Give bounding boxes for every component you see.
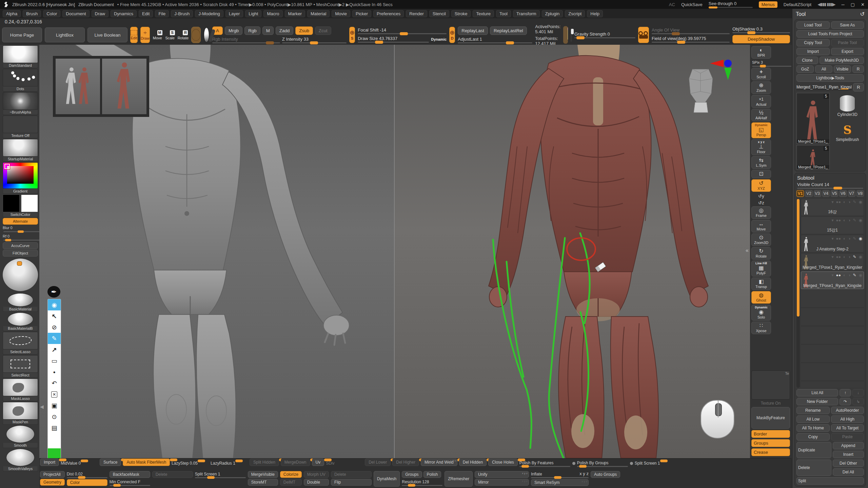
z-intensity-slider[interactable]: Z Intensity 33 — [282, 37, 347, 43]
subtool-header[interactable]: Subtool — [796, 175, 864, 181]
brush-icon[interactable]: ✎ — [853, 236, 856, 241]
left-tray-item[interactable]: Alternate — [3, 218, 38, 225]
menu-item[interactable]: J-Modeling — [195, 10, 223, 17]
flip-icon[interactable]: ▾ — [831, 273, 833, 278]
draw-size-slider[interactable]: Draw Size 43.76337 — [358, 36, 429, 43]
eye-icon[interactable]: ◉ — [859, 218, 862, 223]
menu-item[interactable]: Layer — [225, 10, 243, 17]
home-page-button[interactable]: Home Page — [2, 27, 42, 42]
left-tray-item[interactable]: SelectLasso — [3, 332, 38, 354]
current-tool-name[interactable]: Merged_TPose1_Ryan_Kingsli — [796, 85, 852, 90]
delete-button[interactable]: Delete — [152, 471, 193, 478]
annotation-tool-button[interactable] — [48, 310, 61, 322]
polypaint-icon[interactable]: ●● — [836, 255, 841, 259]
flip-icon[interactable]: ▾ — [831, 200, 833, 204]
append-button[interactable]: Append — [833, 442, 864, 449]
del-other-button[interactable]: Del Other — [833, 460, 864, 467]
right-shelf-button[interactable]: Actual — [751, 95, 771, 108]
right-shelf-button[interactable]: XYZ — [751, 179, 771, 192]
bottom-shelf-item[interactable]: LazyRadius 1 — [211, 460, 248, 466]
left-tray-item[interactable]: FillObject — [3, 250, 38, 257]
left-tray-item[interactable]: SwitchColor — [3, 195, 38, 217]
menu-item[interactable]: Transform — [513, 10, 540, 17]
bottom-shelf-item[interactable]: Del Higher — [392, 460, 419, 465]
bottom-shelf-item[interactable]: Polish By Groups — [577, 460, 633, 467]
right-shelf-button[interactable]: x y z Floor — [751, 139, 771, 155]
subtool-view-tab[interactable]: V3 — [814, 190, 821, 197]
current-tool-thumbnail[interactable]: 5 Merged_TPose1_ — [796, 93, 830, 144]
polypaint-icon[interactable]: ●● — [836, 218, 841, 223]
smart-resym-button[interactable]: Smart ReSymx y z — [531, 479, 589, 486]
lazy-mouse-pencil-icon[interactable] — [563, 26, 568, 44]
left-tray-item[interactable]: Dots — [3, 69, 38, 92]
left-tray-item[interactable]: StartupMaterial — [3, 139, 38, 162]
left-tray-item[interactable]: Texture Off — [3, 116, 38, 138]
annotation-tool-button[interactable] — [48, 411, 61, 422]
storemt-button[interactable]: StoreMT — [248, 479, 278, 486]
menu-item[interactable]: Material — [307, 10, 330, 17]
flip-icon[interactable]: ▾ — [831, 218, 833, 223]
annotation-tool-button[interactable] — [48, 433, 61, 448]
draw-mode-button[interactable]: ÷ Draw — [140, 27, 150, 43]
see-through-slider[interactable]: See-through 0 — [709, 1, 753, 8]
load-tools-from-project-button[interactable]: Load Tools From Project — [796, 30, 864, 38]
close-button[interactable]: ✕ — [861, 2, 865, 7]
annotation-tool-button[interactable] — [48, 322, 61, 333]
left-tray-item[interactable]: Rf 0 — [3, 234, 39, 242]
tray-adjuster-icons[interactable]: ◀▮▮▮ ▮▮▮▶ — [817, 2, 835, 7]
paste-tool-button[interactable]: Paste Tool — [831, 39, 864, 46]
rotate-mode-button[interactable]: R Rotate — [178, 27, 189, 43]
gravity-direction-slider[interactable] — [571, 28, 572, 42]
goz-all-button[interactable]: All — [815, 65, 832, 73]
move-mode-button[interactable]: M Move — [153, 27, 162, 43]
groups-button[interactable]: Groups — [751, 439, 790, 447]
toggle-dot[interactable] — [572, 462, 575, 465]
all-low-button[interactable]: All Low — [796, 415, 830, 423]
resolution-slider[interactable]: Resolution 128 — [402, 479, 442, 486]
goz-visible-button[interactable]: Visible — [834, 65, 851, 73]
left-tray-item[interactable]: MaskLasso — [3, 379, 38, 401]
left-tray-item[interactable]: ~BrushAlpha — [3, 92, 38, 115]
menu-item[interactable]: Color — [43, 10, 60, 17]
quicksave-button[interactable]: QuickSave — [681, 2, 703, 7]
left-edge-arrow[interactable]: ◀ — [40, 404, 44, 409]
right-shelf-button[interactable]: Move — [751, 220, 771, 232]
tool-thumbnail-2[interactable]: 5 Merged_TPose1_ — [796, 145, 830, 169]
mrgb-button[interactable]: Mrgb — [225, 26, 242, 35]
current-material-ball[interactable] — [203, 27, 210, 43]
eye-icon[interactable]: ◉ — [859, 200, 862, 204]
scale-mode-button[interactable]: S Scale — [165, 27, 175, 43]
dynamic-label[interactable]: Dynamic — [431, 37, 447, 41]
right-shelf-button[interactable]: Ghost — [751, 291, 771, 304]
auto-groups-button[interactable]: Auto Groups — [591, 471, 620, 478]
export-button[interactable]: Export — [831, 48, 864, 55]
zsub-button[interactable]: Zsub — [295, 26, 313, 35]
eye-icon[interactable]: ◉ — [859, 273, 862, 278]
right-shelf-button[interactable]: Dynamic Persp — [751, 122, 771, 138]
tool-r-button[interactable]: R — [853, 83, 864, 92]
menu-item[interactable]: Help — [587, 10, 603, 17]
rgb-button[interactable]: Rgb — [244, 26, 260, 35]
contrast-icon[interactable]: ◑ — [848, 200, 850, 204]
left-tray-item[interactable]: SmoothValleys — [3, 449, 38, 471]
menu-item[interactable]: Zscript — [565, 10, 585, 17]
field-of-view-slider[interactable]: Field of view(deg) 39.59775 — [652, 36, 730, 43]
default-zscript-button[interactable]: DefaultZScript — [784, 2, 811, 7]
dynamic-brush-size-button[interactable]: ⊕ D — [449, 27, 455, 43]
menu-item[interactable]: Brush — [23, 10, 41, 17]
doc-thumb-gray[interactable] — [56, 59, 100, 114]
subtool-view-tab[interactable]: V6 — [839, 190, 847, 197]
inflate-slider[interactable]: Inflatex y z — [531, 471, 589, 478]
groups-polish-button[interactable]: Groups — [402, 471, 422, 478]
contrast-icon[interactable]: ◑ — [848, 255, 850, 259]
menu-item[interactable]: Light — [245, 10, 261, 17]
goz-r-button[interactable]: R — [852, 65, 864, 73]
save-as-button[interactable]: Save As — [831, 21, 864, 29]
mergevisible-button[interactable]: MergeVisible — [248, 471, 278, 478]
reset-icon[interactable]: ↺ — [860, 11, 865, 17]
sculpt-canvas[interactable]: ✒ — [39, 45, 750, 458]
eye-icon[interactable]: ◉ — [859, 236, 862, 241]
document-thumbnails[interactable] — [53, 56, 149, 117]
visible-count-slider[interactable]: Visible Count 14 — [796, 182, 864, 189]
rename-button[interactable]: Rename — [796, 407, 830, 414]
